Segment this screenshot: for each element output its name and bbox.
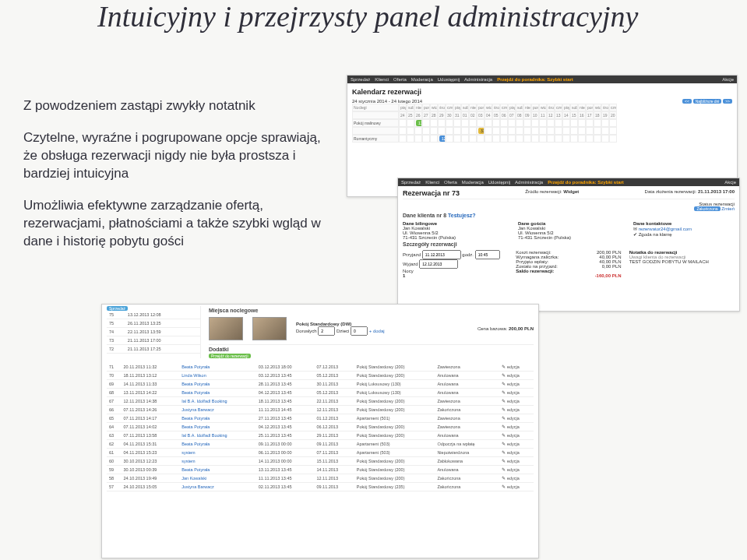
nav-closest-button[interactable]: Najbliższe dni (693, 99, 722, 104)
consent-label: Zgoda na klamę (639, 232, 672, 237)
table-row[interactable]: 5930.10.2013 00:39Beata Potyrała13.11.20… (107, 466, 534, 474)
created-value: 21.11.2013 17:00 (698, 189, 735, 194)
edit-link[interactable]: ✎ edycja (499, 474, 534, 483)
table-row[interactable]: 7018.11.2013 13:12Linda Wilson03.12.2013… (107, 372, 534, 380)
calendar-heading: Kalendarz rezerwacji (352, 88, 732, 96)
rooms-header: Miejsca noclegowe (209, 308, 534, 313)
contact-header: Dane kontaktowe (633, 221, 735, 226)
nav-item[interactable]: Klienci (375, 77, 389, 82)
table-row[interactable]: 6914.11.2013 11:33Beata Potyrała28.11.20… (107, 380, 534, 389)
room-thumb (252, 317, 287, 340)
edit-link[interactable]: ✎ edycja (499, 466, 534, 474)
nav-item[interactable]: Sprzedaż (351, 77, 370, 82)
table-row[interactable]: 6712.11.2013 14:38Ial B.A. Idolfadl Book… (107, 397, 534, 406)
nav-actions[interactable]: Akcje (724, 180, 736, 185)
table-row[interactable]: 6813.11.2013 14:22Beata Potyrała04.12.20… (107, 389, 534, 397)
table-row[interactable]: 6104.11.2013 15:23system06.11.2013 00:00… (107, 449, 534, 457)
client-email[interactable]: rezerwator24@gmail.com (639, 227, 692, 231)
reservation-title: Rezerwacja nr 73 (403, 189, 460, 197)
mini-list: 7513.12.2013 12:087526.11.2013 13:257422… (107, 311, 200, 354)
goto-reservation-button[interactable]: Przejdź do rezerwacji (209, 354, 251, 358)
addons-header: Dodatki (209, 344, 534, 352)
edit-link[interactable]: ✎ edycja (499, 423, 534, 431)
nav-item[interactable]: Administracja (464, 77, 492, 82)
edit-link[interactable]: ✎ edycja (499, 431, 534, 440)
nav-item[interactable]: Administracja (515, 180, 543, 185)
slide-title: Intuicyjny i przejrzysty panel administr… (97, 0, 643, 34)
nav-item[interactable]: Udostępnij (488, 180, 510, 185)
tab-sprzedaz[interactable]: Sprzedaż (107, 306, 128, 311)
bullet-3: Umożliwia efektywne zarządzanie ofertą, … (23, 197, 327, 251)
list-item[interactable]: 7513.12.2013 12:08 (107, 311, 200, 319)
table-row[interactable]: 6204.11.2013 15:31Beata Potyrała09.11.20… (107, 440, 534, 449)
nav-item[interactable]: Moderacja (411, 77, 433, 82)
created-label: Data złożenia rezerwacji: (645, 189, 697, 194)
list-item[interactable]: 7221.11.2013 17:25 (107, 345, 200, 354)
table-row[interactable]: 6607.11.2013 14:26Justyna Barwacz11.11.2… (107, 406, 534, 414)
edit-link[interactable]: ✎ edycja (499, 363, 534, 372)
table-row[interactable]: 6307.11.2013 13:58Ial B.A. Idolfadl Book… (107, 431, 534, 440)
bullet-1: Z powodzeniem zastąpi zwykły notatnik (23, 97, 327, 115)
status-badge: Zakończona (694, 206, 720, 211)
test-link[interactable]: Testujesz? (448, 213, 476, 218)
note-value: TEST GODZIN POBYTU W MAILACH (629, 259, 709, 264)
kids-input[interactable] (351, 326, 368, 336)
slide: Intuicyjny i przejrzysty panel administr… (0, 0, 747, 560)
table-row[interactable]: 6030.10.2013 12:23system14.11.2013 00:00… (107, 457, 534, 466)
top-nav-2: Sprzedaż Klienci Oferta Moderacja Udostę… (398, 178, 739, 186)
balance-value: -160,00 PLN (595, 273, 622, 278)
nav-actions[interactable]: Akcje (722, 77, 734, 82)
list-item[interactable]: 7422.11.2013 13:59 (107, 328, 200, 336)
room-thumb (209, 317, 243, 340)
sales-table: 7120.11.2013 11:32Beata Potyrała03.12.20… (107, 363, 534, 491)
edit-link[interactable]: ✎ edycja (499, 389, 534, 397)
edit-link[interactable]: ✎ edycja (499, 380, 534, 389)
nav-item[interactable]: Moderacja (462, 180, 484, 185)
slide-body: Z powodzeniem zastąpi zwykły notatnik Cz… (23, 97, 327, 265)
nav-next-button[interactable]: >> (723, 99, 732, 104)
bullet-2: Czytelne, wyraźne i pogrupowane opcje sp… (23, 129, 327, 183)
client-addr2: 71-431 Szczecin (Polska) (403, 235, 456, 240)
table-row[interactable]: 5724.10.2013 15:05Justyna Barwacz02.11.2… (107, 483, 534, 491)
edit-link[interactable]: ✎ edycja (499, 449, 534, 457)
arrival-date-input[interactable] (422, 250, 461, 259)
adults-input[interactable] (318, 326, 335, 336)
edit-link[interactable]: ✎ edycja (499, 414, 534, 423)
nav-prev-button[interactable]: << (682, 99, 692, 104)
edit-link[interactable]: ✎ edycja (499, 406, 534, 414)
edit-link[interactable]: ✎ edycja (499, 440, 534, 449)
edit-link[interactable]: ✎ edycja (499, 397, 534, 406)
table-row[interactable]: 5824.10.2013 19:49Jan Kowalski11.11.2013… (107, 474, 534, 483)
client-columns: Dane bilingowe Jan Kowalski Ul. Wiosenna… (403, 221, 735, 240)
table-row[interactable]: 7120.11.2013 11:32Beata Potyrała03.12.20… (107, 363, 534, 372)
status-change-link[interactable]: Zmień (721, 206, 735, 211)
nav-item[interactable]: Udostępnij (438, 77, 460, 82)
top-nav: Sprzedaż Klienci Oferta Moderacja Udostę… (347, 76, 737, 83)
arrival-time-input[interactable] (475, 250, 500, 259)
screenshot-sales: Sprzedaż 7513.12.2013 12:087526.11.2013 … (101, 304, 539, 558)
add-room-link[interactable]: + dodaj (369, 329, 385, 333)
nav-help-link[interactable]: Przejdź do poradnika: Szybki start (548, 180, 624, 185)
calendar-grid: Noclegipiąsobnieponwtośroczwpiąsobniepon… (352, 104, 732, 143)
list-item[interactable]: 7526.11.2013 13:25 (107, 319, 200, 328)
nav-item[interactable]: Oferta (444, 180, 457, 185)
edit-link[interactable]: ✎ edycja (499, 483, 534, 491)
source-value: Widget (563, 189, 579, 194)
nav-help-link[interactable]: Przejdź do poradnika: Szybki start (497, 77, 573, 82)
source-label: Źródło rezerwacji: (525, 189, 562, 194)
details-header: Szczegóły rezerwacji (403, 241, 735, 247)
nav-item[interactable]: Klienci (425, 180, 439, 185)
nav-item[interactable]: Oferta (393, 77, 407, 82)
edit-link[interactable]: ✎ edycja (499, 457, 534, 466)
list-item[interactable]: 7321.11.2013 17:00 (107, 336, 200, 345)
client-header: Dane klienta nr 8 (403, 213, 446, 218)
edit-link[interactable]: ✎ edycja (499, 372, 534, 380)
depart-date-input[interactable] (419, 259, 458, 269)
table-row[interactable]: 6507.11.2013 14:17Beata Potyrała27.11.20… (107, 414, 534, 423)
nav-item[interactable]: Sprzedaż (401, 180, 421, 185)
table-row[interactable]: 6407.11.2013 14:02Beata Potyrała04.12.20… (107, 423, 534, 431)
screenshot-reservation: Sprzedaż Klienci Oferta Moderacja Udostę… (397, 178, 740, 312)
